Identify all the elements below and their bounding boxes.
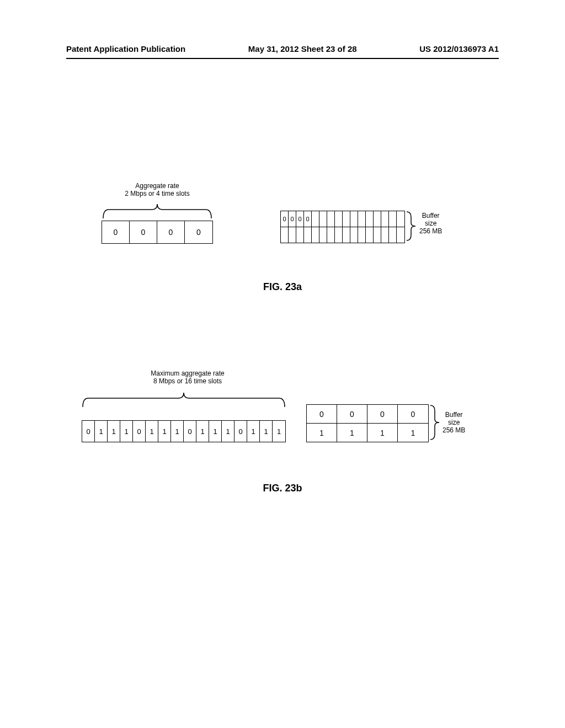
slot-cell: 1: [108, 421, 120, 442]
aggregate-rate-label-a: Aggregate rate 2 Mbps or 4 time slots: [108, 182, 207, 197]
buffer-cell: [381, 227, 389, 243]
buffer-cell: [319, 227, 327, 243]
timeslots-b: 0 1 1 1 0 1 1 1 0 1 1 1 0 1 1 1: [82, 420, 286, 442]
buffer-size-label-a: Buffer size 256 MB: [419, 212, 442, 235]
buffer-cell: [335, 227, 343, 243]
buffer-cell: 0: [398, 405, 428, 423]
buffer-cell: 0: [307, 405, 337, 423]
slot-cell: 0: [133, 421, 146, 442]
right-brace-b: [429, 404, 440, 441]
buffer-cell: [374, 227, 381, 243]
buffer-cell: [358, 211, 366, 227]
slot-cell: 1: [146, 421, 158, 442]
buffer-cell: [312, 211, 319, 227]
buf-label-line1: Buffer: [443, 411, 465, 419]
page-header: Patent Application Publication May 31, 2…: [0, 44, 565, 53]
slot-cell: 1: [222, 421, 234, 442]
slot-cell: 1: [158, 421, 171, 442]
header-middle: May 31, 2012 Sheet 23 of 28: [248, 44, 357, 53]
buffer-row: 0 0 0 0: [307, 405, 428, 424]
slot-cell: 1: [209, 421, 222, 442]
buffer-cell: 0: [367, 405, 398, 423]
buffer-cell: [327, 211, 335, 227]
header-left: Patent Application Publication: [66, 44, 185, 53]
figure-caption-b: FIG. 23b: [0, 483, 565, 494]
buffer-cell: 0: [296, 211, 304, 227]
buffer-cell: 1: [367, 424, 398, 442]
buffer-cell: [281, 227, 289, 243]
buffer-size-label-b: Buffer size 256 MB: [443, 411, 465, 434]
buffer-cell: [397, 227, 404, 243]
slot-cell: 1: [273, 421, 285, 442]
buffer-cell: [366, 211, 374, 227]
buffer-cell: [397, 211, 404, 227]
ag-label-line2: 2 Mbps or 4 time slots: [108, 190, 207, 197]
buffer-cell: 1: [307, 424, 337, 442]
aggregate-rate-label-b: Maximum aggregate rate 8 Mbps or 16 time…: [132, 370, 243, 385]
buf-label-line3: 256 MB: [419, 227, 442, 235]
buffer-cell: [389, 211, 397, 227]
slot-cell: 0: [157, 221, 185, 243]
buffer-grid-b: 0 0 0 0 1 1 1 1: [306, 404, 429, 442]
buffer-cell: 0: [304, 211, 312, 227]
buf-label-line2: size: [443, 419, 465, 426]
buffer-cell: [335, 211, 343, 227]
buffer-cell: [304, 227, 312, 243]
buffer-cell: [374, 211, 381, 227]
buffer-cell: [389, 227, 397, 243]
buffer-cell: 1: [337, 424, 367, 442]
buffer-cell: [350, 227, 358, 243]
slot-cell: 1: [247, 421, 260, 442]
buffer-cell: [312, 227, 319, 243]
slot-cell: 0: [82, 421, 95, 442]
slot-cell: 0: [234, 421, 247, 442]
buf-label-line1: Buffer: [419, 212, 442, 220]
buffer-row: 1 1 1 1: [307, 424, 428, 442]
buffer-cell: [381, 211, 389, 227]
buf-label-line2: size: [419, 220, 442, 227]
buffer-cell: [358, 227, 366, 243]
buffer-cell: [327, 227, 335, 243]
buffer-cell: [350, 211, 358, 227]
buffer-row: 0 0 0 0: [281, 211, 404, 227]
figure-caption-a: FIG. 23a: [0, 281, 565, 293]
buffer-cell: [296, 227, 304, 243]
slot-cell: 1: [171, 421, 184, 442]
slot-cell: 1: [196, 421, 209, 442]
slot-cell: 0: [184, 421, 196, 442]
ag-label-line1: Maximum aggregate rate: [132, 370, 243, 377]
slot-cell: 0: [130, 221, 157, 243]
timeslots-a: 0 0 0 0: [102, 221, 213, 244]
slot-cell: 1: [120, 421, 133, 442]
slot-cell: 1: [95, 421, 108, 442]
header-right: US 2012/0136973 A1: [419, 44, 499, 53]
buffer-grid-a: 0 0 0 0: [280, 211, 405, 243]
buffer-cell: [343, 227, 350, 243]
top-brace-a: [102, 203, 212, 220]
buffer-cell: [319, 211, 327, 227]
slot-cell: 1: [260, 421, 273, 442]
buffer-cell: [289, 227, 296, 243]
header-rule: [66, 58, 499, 59]
buffer-cell: 1: [398, 424, 428, 442]
buffer-cell: 0: [289, 211, 296, 227]
slot-cell: 0: [185, 221, 212, 243]
slot-cell: 0: [102, 221, 130, 243]
top-brace-b: [82, 392, 286, 408]
buf-label-line3: 256 MB: [443, 426, 465, 434]
right-brace-a: [406, 211, 417, 242]
buffer-cell: 0: [281, 211, 289, 227]
buffer-cell: [366, 227, 374, 243]
buffer-row: [281, 227, 404, 243]
buffer-cell: 0: [337, 405, 367, 423]
ag-label-line2: 8 Mbps or 16 time slots: [132, 377, 243, 385]
ag-label-line1: Aggregate rate: [108, 182, 207, 190]
buffer-cell: [343, 211, 350, 227]
